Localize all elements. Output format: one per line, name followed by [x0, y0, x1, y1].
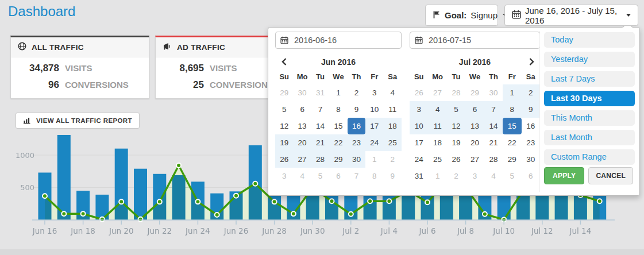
day-cell[interactable]: 26: [447, 151, 465, 168]
day-cell[interactable]: 4: [384, 84, 402, 101]
day-cell[interactable]: 29: [275, 84, 293, 101]
day-cell[interactable]: 1: [428, 168, 446, 184]
day-cell[interactable]: 6: [293, 101, 311, 118]
day-cell[interactable]: 14: [484, 118, 503, 134]
day-cell[interactable]: 25: [428, 151, 446, 168]
day-cell[interactable]: 10: [410, 118, 428, 134]
day-cell[interactable]: 11: [384, 101, 402, 118]
day-cell[interactable]: 9: [522, 101, 540, 118]
day-cell[interactable]: 5: [275, 101, 293, 118]
day-cell[interactable]: 16: [348, 118, 365, 134]
day-cell[interactable]: 31: [410, 168, 428, 184]
day-cell[interactable]: 26: [410, 84, 428, 101]
day-cell[interactable]: 1: [329, 84, 347, 101]
day-cell[interactable]: 2: [348, 84, 365, 101]
range-option-this-month[interactable]: This Month: [544, 110, 635, 126]
day-cell[interactable]: 8: [329, 101, 347, 118]
day-cell[interactable]: 2: [384, 151, 402, 168]
day-cell[interactable]: 6: [522, 168, 540, 184]
goal-selector-button[interactable]: Goal: Signup: [425, 5, 498, 26]
day-cell[interactable]: 16: [522, 118, 540, 134]
day-cell[interactable]: 5: [503, 168, 521, 184]
day-cell[interactable]: 17: [410, 134, 428, 151]
day-cell[interactable]: 5: [447, 101, 465, 118]
day-cell[interactable]: 22: [329, 134, 347, 151]
day-cell[interactable]: 17: [365, 118, 383, 134]
day-cell[interactable]: 6: [465, 101, 484, 118]
day-cell[interactable]: 3: [275, 168, 293, 184]
day-cell[interactable]: 3: [410, 101, 428, 118]
day-cell[interactable]: 15: [503, 118, 521, 134]
day-cell[interactable]: 4: [293, 168, 311, 184]
day-cell[interactable]: 28: [447, 84, 465, 101]
range-option-last-month[interactable]: Last Month: [544, 130, 635, 145]
day-cell[interactable]: 27: [465, 151, 484, 168]
day-cell[interactable]: 23: [348, 134, 365, 151]
day-cell[interactable]: 3: [465, 168, 484, 184]
day-cell[interactable]: 13: [465, 118, 484, 134]
day-cell[interactable]: 7: [348, 168, 365, 184]
day-cell[interactable]: 13: [293, 118, 311, 134]
day-cell[interactable]: 1: [365, 151, 383, 168]
day-cell[interactable]: 6: [329, 168, 347, 184]
day-cell[interactable]: 2: [447, 168, 465, 184]
day-cell[interactable]: 19: [275, 134, 293, 151]
apply-button[interactable]: APPLY: [544, 167, 584, 184]
day-cell[interactable]: 29: [503, 151, 521, 168]
daterange-button[interactable]: June 16, 2016 - July 15, 2016: [504, 5, 638, 26]
day-cell[interactable]: 7: [484, 101, 503, 118]
day-cell[interactable]: 1: [503, 84, 521, 101]
day-cell[interactable]: 9: [384, 168, 402, 184]
view-all-traffic-report-button[interactable]: VIEW ALL TRAFFIC REPORT: [16, 113, 140, 129]
day-cell[interactable]: 28: [311, 151, 329, 168]
day-cell[interactable]: 7: [311, 101, 329, 118]
day-cell[interactable]: 20: [293, 134, 311, 151]
day-cell[interactable]: 4: [428, 101, 446, 118]
range-option-last-30-days[interactable]: Last 30 Days: [544, 91, 635, 106]
start-date-input[interactable]: [275, 32, 402, 49]
day-cell[interactable]: 30: [484, 84, 503, 101]
day-cell[interactable]: 9: [348, 101, 365, 118]
prev-month-button[interactable]: [275, 58, 292, 65]
day-cell[interactable]: 27: [293, 151, 311, 168]
range-option-last-7-days[interactable]: Last 7 Days: [544, 71, 635, 87]
day-cell[interactable]: 30: [293, 84, 311, 101]
day-cell[interactable]: 26: [275, 151, 293, 168]
day-cell[interactable]: 8: [503, 101, 521, 118]
day-cell[interactable]: 25: [384, 134, 402, 151]
day-cell[interactable]: 3: [365, 84, 383, 101]
day-cell[interactable]: 28: [484, 151, 503, 168]
day-cell[interactable]: 21: [311, 134, 329, 151]
cancel-button[interactable]: CANCEL: [588, 167, 633, 184]
day-cell[interactable]: 24: [365, 134, 383, 151]
day-cell[interactable]: 12: [447, 118, 465, 134]
day-cell[interactable]: 22: [503, 134, 521, 151]
range-option-custom-range[interactable]: Custom Range: [544, 149, 635, 165]
day-cell[interactable]: 18: [384, 118, 402, 134]
day-cell[interactable]: 10: [365, 101, 383, 118]
day-cell[interactable]: 31: [311, 84, 329, 101]
day-cell[interactable]: 19: [447, 134, 465, 151]
day-cell[interactable]: 23: [522, 134, 540, 151]
day-cell[interactable]: 11: [428, 118, 446, 134]
day-cell[interactable]: 30: [348, 151, 365, 168]
day-cell[interactable]: 27: [428, 84, 446, 101]
day-cell[interactable]: 30: [522, 151, 540, 168]
day-cell[interactable]: 5: [311, 168, 329, 184]
day-cell[interactable]: 4: [484, 168, 503, 184]
day-cell[interactable]: 20: [465, 134, 484, 151]
day-cell[interactable]: 29: [329, 151, 347, 168]
day-cell[interactable]: 24: [410, 151, 428, 168]
day-cell[interactable]: 29: [465, 84, 484, 101]
day-cell[interactable]: 18: [428, 134, 446, 151]
day-cell[interactable]: 14: [311, 118, 329, 134]
end-date-input[interactable]: [410, 32, 540, 49]
day-cell[interactable]: 15: [329, 118, 347, 134]
day-cell[interactable]: 12: [275, 118, 293, 134]
range-option-yesterday[interactable]: Yesterday: [544, 52, 635, 67]
next-month-button[interactable]: [523, 58, 540, 65]
day-cell[interactable]: 21: [484, 134, 503, 151]
range-option-today[interactable]: Today: [544, 32, 635, 48]
day-cell[interactable]: 2: [522, 84, 540, 101]
day-cell[interactable]: 8: [365, 168, 383, 184]
